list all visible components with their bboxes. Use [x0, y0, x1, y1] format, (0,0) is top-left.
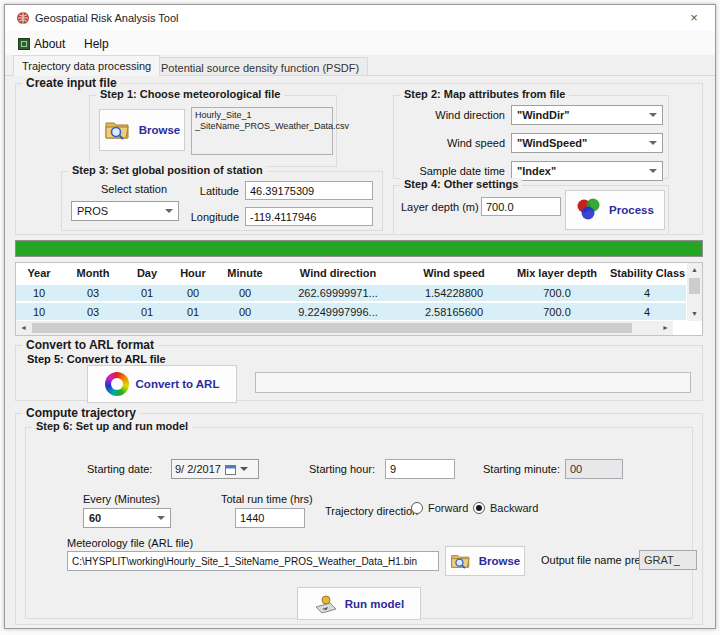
every-minutes-select[interactable]: 60: [83, 508, 171, 528]
step2-title: Step 2: Map attributes from file: [400, 88, 569, 100]
grid-header-row: Year Month Day Hour Minute Wind directio…: [16, 263, 686, 284]
wind-direction-select[interactable]: "WindDir": [511, 105, 663, 125]
col-minute[interactable]: Minute: [216, 263, 274, 284]
wind-direction-value: "WindDir": [517, 109, 570, 121]
convert-to-arl-button[interactable]: Convert to ARL: [87, 365, 237, 403]
convert-arl-label: Convert to ARL: [136, 378, 220, 390]
scroll-up-icon[interactable]: ▲: [687, 263, 702, 277]
backward-label: Backward: [490, 502, 538, 514]
radio-forward[interactable]: [411, 502, 423, 514]
cell: 4: [608, 302, 686, 320]
total-run-time-label: Total run time (hrs): [221, 493, 313, 505]
met-file-browse-button[interactable]: Browse: [445, 546, 525, 576]
folder-search-icon: [104, 119, 132, 141]
cell: 01: [124, 302, 170, 320]
vertical-scrollbar[interactable]: ▲ ▼: [687, 263, 702, 321]
met-file-field[interactable]: [67, 551, 439, 571]
compute-title: Compute trajectory: [22, 406, 140, 420]
forward-radio-option[interactable]: Forward: [411, 502, 468, 514]
step5-title: Step 5: Convert to ARL file: [27, 353, 166, 365]
cell: 1.54228800: [402, 284, 506, 302]
run-model-label: Run model: [345, 598, 404, 610]
station-select[interactable]: PROS: [71, 201, 179, 221]
cell: 00: [170, 284, 216, 302]
tab-label: Trajectory data processing: [22, 60, 151, 72]
cell: 10: [16, 284, 62, 302]
col-month[interactable]: Month: [62, 263, 124, 284]
col-day[interactable]: Day: [124, 263, 170, 284]
convert-progress-bar: [255, 372, 691, 393]
output-prefix-field[interactable]: [639, 550, 697, 570]
col-mix-layer-depth[interactable]: Mix layer depth: [506, 263, 608, 284]
radio-backward[interactable]: [473, 502, 485, 514]
chevron-down-icon: [165, 209, 173, 213]
process-label: Process: [609, 204, 654, 216]
latitude-field[interactable]: [245, 181, 373, 200]
convert-arl-icon: [105, 372, 129, 396]
process-progress-bar: [15, 240, 703, 257]
step1-file-display[interactable]: Hourly_Site_1 _SiteName_PROS_Weather_Dat…: [191, 107, 333, 155]
wind-speed-select[interactable]: "WindSpeed": [511, 133, 663, 153]
total-run-time-field[interactable]: [235, 508, 305, 528]
cell: 2.58165600: [402, 302, 506, 320]
close-button[interactable]: ×: [683, 9, 705, 27]
table-row[interactable]: 10 03 01 00 00 262.69999971... 1.5422880…: [16, 284, 686, 302]
about-icon: [18, 38, 30, 50]
backward-radio-option[interactable]: Backward: [473, 502, 538, 514]
col-wind-speed[interactable]: Wind speed: [402, 263, 506, 284]
app-window: Geospatial Risk Analysis Tool × About He…: [4, 4, 716, 629]
cell: 262.69999971...: [274, 284, 402, 302]
step4-title: Step 4: Other settings: [400, 178, 522, 190]
col-wind-direction[interactable]: Wind direction: [274, 263, 402, 284]
starting-hour-label: Starting hour:: [309, 463, 375, 475]
starting-hour-field[interactable]: [385, 459, 455, 479]
tab-label: Potential source density function (PSDF): [161, 62, 359, 74]
scroll-down-icon[interactable]: ▼: [687, 307, 702, 321]
sample-date-time-select[interactable]: "Index": [511, 161, 663, 181]
sample-date-time-value: "Index": [517, 165, 556, 177]
calendar-icon: [225, 464, 236, 475]
app-icon: [16, 11, 30, 25]
cell: 700.0: [506, 284, 608, 302]
process-button[interactable]: Process: [565, 190, 665, 230]
col-year[interactable]: Year: [16, 263, 62, 284]
cell: 01: [124, 284, 170, 302]
col-stability-class[interactable]: Stability Class: [608, 263, 686, 284]
step1-title: Step 1: Choose meteorological file: [96, 88, 284, 100]
sample-date-time-label: Sample date time: [397, 165, 505, 177]
step3-title: Step 3: Set global position of station: [68, 164, 267, 176]
forward-label: Forward: [428, 502, 468, 514]
process-icon: [576, 198, 602, 222]
scrollbar-thumb[interactable]: [32, 323, 632, 333]
wind-speed-value: "WindSpeed": [517, 137, 587, 149]
longitude-label: Longitude: [181, 211, 239, 223]
scrollbar-thumb[interactable]: [689, 278, 700, 294]
longitude-field[interactable]: [245, 207, 373, 226]
window-title: Geospatial Risk Analysis Tool: [35, 12, 178, 24]
table-row[interactable]: 10 03 01 01 00 9.2249997996... 2.5816560…: [16, 302, 686, 320]
tab-psdf[interactable]: Potential source density function (PSDF): [152, 57, 368, 76]
cell: 00: [216, 284, 274, 302]
run-model-button[interactable]: Run model: [297, 587, 421, 620]
cell: 03: [62, 284, 124, 302]
starting-minute-label: Starting minute:: [483, 463, 560, 475]
menu-help[interactable]: Help: [79, 35, 114, 53]
horizontal-scrollbar[interactable]: ◄ ►: [16, 321, 673, 335]
scroll-left-icon[interactable]: ◄: [16, 321, 31, 335]
chevron-down-icon: [649, 141, 657, 145]
scroll-right-icon[interactable]: ►: [658, 321, 673, 335]
starting-minute-field[interactable]: [565, 459, 623, 479]
title-bar: Geospatial Risk Analysis Tool ×: [5, 5, 715, 31]
chevron-down-icon: [649, 169, 657, 173]
starting-date-picker[interactable]: 9/ 2/2017: [171, 459, 259, 479]
tab-trajectory-data-processing[interactable]: Trajectory data processing: [13, 55, 160, 76]
menu-about[interactable]: About: [13, 35, 70, 53]
step1-browse-button[interactable]: Browse: [99, 109, 185, 151]
starting-date-value: 9/ 2/2017: [175, 463, 221, 475]
layer-depth-field[interactable]: [481, 197, 561, 216]
col-hour[interactable]: Hour: [170, 263, 216, 284]
convert-title: Convert to ARL format: [22, 338, 158, 352]
chevron-down-icon: [157, 516, 165, 520]
step6-title: Step 6: Set up and run model: [32, 420, 192, 432]
layer-depth-label: Layer depth (m): [401, 201, 479, 213]
